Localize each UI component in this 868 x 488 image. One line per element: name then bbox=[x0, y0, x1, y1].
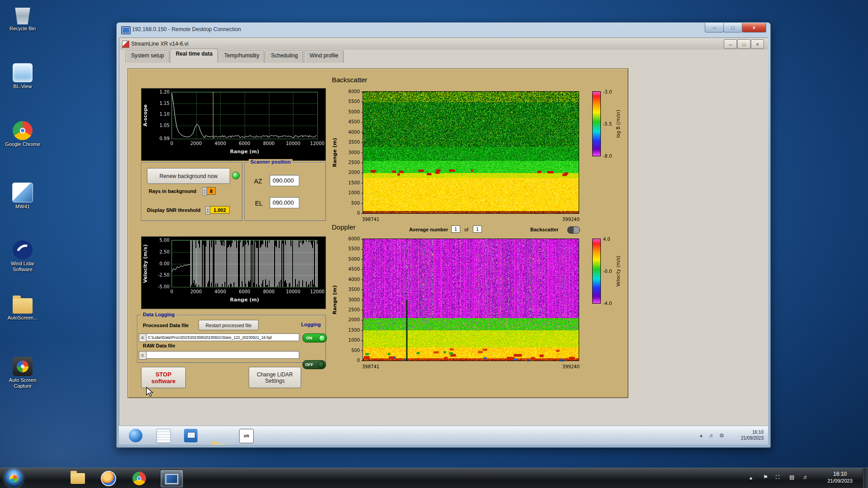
toggle-off-label: OFF bbox=[305, 362, 313, 367]
chrome-icon bbox=[132, 472, 146, 485]
app-minimize-button[interactable]: – bbox=[724, 39, 737, 49]
rdp-client-area: StreamLine XR v14-6.vi – □ × System setu… bbox=[119, 38, 768, 445]
rdp-titlebar[interactable]: 192.168.0.150 - Remote Desktop Connectio… bbox=[117, 23, 770, 38]
tab-bar: System setup Real time data Temp/humidit… bbox=[119, 50, 768, 63]
desktop-icon-google-chrome[interactable]: Google Chrome bbox=[2, 121, 43, 147]
desktop-icon-auto-screen-capture[interactable]: Auto Screen Capture bbox=[2, 357, 43, 389]
desktop-icon-mw41[interactable]: MW41 bbox=[2, 183, 43, 210]
tab-real-time-data[interactable]: Real time data bbox=[170, 49, 218, 63]
desktop-icon-wind-lidar-software[interactable]: Wind Lidar Software bbox=[2, 240, 43, 272]
rdp-maximize-button[interactable]: □ bbox=[723, 23, 742, 33]
az-input[interactable]: 090.000 bbox=[269, 175, 299, 186]
c-drive-icon[interactable] bbox=[139, 333, 146, 342]
media-player-icon bbox=[101, 471, 116, 486]
remote-network-icon[interactable]: ⚙ bbox=[719, 432, 724, 439]
remote-speaker-icon[interactable]: ♬ bbox=[709, 432, 714, 439]
toggle-led bbox=[318, 361, 325, 368]
remote-folder-icon[interactable] bbox=[212, 444, 225, 445]
remote-taskbar-clock[interactable]: 16:10 21/09/2023 bbox=[729, 429, 764, 441]
tab-temp-humidity[interactable]: Temp/humidity bbox=[219, 51, 264, 63]
mw41-icon bbox=[12, 183, 33, 202]
taskbar-rdp-button[interactable] bbox=[160, 469, 184, 488]
tab-wind-profile[interactable]: Wind profile bbox=[304, 51, 344, 63]
remote-notepad-icon[interactable] bbox=[156, 429, 171, 443]
taskbar-explorer-button[interactable] bbox=[68, 469, 88, 487]
tab-system-setup[interactable]: System setup bbox=[126, 51, 170, 63]
tray-speaker-icon[interactable]: ♬ bbox=[803, 474, 808, 480]
app-titlebar[interactable]: StreamLine XR v14-6.vi – □ × bbox=[119, 38, 768, 50]
stop-software-button[interactable]: STOP software bbox=[141, 367, 186, 388]
desktop: Recycle Bin BL-View Google Chrome MW41 W… bbox=[0, 0, 868, 488]
desktop-icon-bl-view[interactable]: BL-View bbox=[2, 63, 43, 89]
backscatter-section-label: Backscatter bbox=[332, 76, 367, 84]
explorer-folder-icon bbox=[71, 473, 85, 484]
start-button[interactable] bbox=[5, 469, 23, 488]
average-number-input[interactable]: 1 bbox=[451, 225, 460, 233]
tab-label: Wind profile bbox=[310, 52, 338, 59]
folder-icon bbox=[13, 298, 33, 314]
desktop-icon-label: AutoScreen... bbox=[2, 315, 43, 321]
rays-in-background-input[interactable]: 8 bbox=[207, 187, 216, 195]
desktop-icon-label: Wind Lidar Software bbox=[2, 261, 43, 272]
rdp-minimize-button[interactable]: – bbox=[705, 23, 724, 33]
tab-label: System setup bbox=[131, 52, 164, 59]
settings-button-line1: Change LiDAR bbox=[257, 371, 293, 378]
el-input[interactable]: 090.000 bbox=[269, 197, 299, 208]
toggle-on-label: ON bbox=[306, 336, 312, 340]
show-desktop-button[interactable] bbox=[863, 468, 868, 488]
app-icon bbox=[122, 41, 129, 48]
average-total-input[interactable]: 1 bbox=[473, 225, 482, 233]
processed-file-path-input[interactable]: C:\Lidar\Data\Proc\2023\202309\20230921\… bbox=[146, 333, 299, 341]
backscatter-toggle[interactable] bbox=[567, 226, 580, 234]
taskbar-clock[interactable]: 16:10 21/09/2023 bbox=[819, 471, 861, 484]
remote-xr-tool-icon[interactable] bbox=[239, 429, 254, 443]
tray-expand-icon[interactable]: ▲ bbox=[749, 475, 753, 480]
renew-background-button[interactable]: Renew background now bbox=[147, 168, 230, 184]
taskbar-media-player-button[interactable] bbox=[99, 469, 118, 487]
clock-date: 21/09/2023 bbox=[819, 478, 861, 484]
logging-label: Logging bbox=[301, 322, 321, 327]
renew-background-led bbox=[232, 172, 240, 179]
taskbar-chrome-button[interactable] bbox=[129, 469, 149, 487]
tray-network-icon[interactable]: ▤ bbox=[789, 474, 794, 480]
rdp-title: 192.168.0.150 - Remote Desktop Connectio… bbox=[132, 26, 241, 33]
change-lidar-settings-button[interactable]: Change LiDAR Settings bbox=[249, 367, 301, 388]
doppler-section-label: Doppler bbox=[332, 223, 356, 231]
remote-tray-expand-icon[interactable]: ▲ bbox=[699, 433, 703, 438]
snr-threshold-input[interactable]: 1.002 bbox=[210, 206, 230, 214]
scanner-position-group: Scanner position AZ 090.000 EL 090.000 bbox=[245, 162, 326, 221]
tab-label: Scheduling bbox=[271, 52, 297, 59]
raw-logging-toggle[interactable]: OFF bbox=[302, 360, 326, 369]
tab-scheduling[interactable]: Scheduling bbox=[265, 51, 303, 63]
desktop-icon-label: Recycle Bin bbox=[2, 26, 43, 32]
camera-icon bbox=[13, 357, 33, 376]
data-logging-group: Data Logging Processed Data file Restart… bbox=[137, 315, 326, 363]
wind-lidar-icon bbox=[13, 240, 33, 259]
app-maximize-button[interactable]: □ bbox=[737, 39, 750, 49]
c-drive-icon[interactable] bbox=[139, 351, 146, 360]
stop-button-line1: STOP bbox=[156, 371, 171, 378]
rdp-app-icon bbox=[165, 473, 179, 485]
desktop-icon-recycle-bin[interactable]: Recycle Bin bbox=[2, 5, 43, 32]
app-window: StreamLine XR v14-6.vi – □ × System setu… bbox=[119, 38, 768, 427]
remote-app-icon[interactable] bbox=[184, 429, 198, 442]
processed-logging-toggle[interactable]: ON bbox=[302, 333, 327, 343]
raw-file-path-input[interactable] bbox=[146, 351, 299, 359]
rdp-close-button[interactable]: × bbox=[742, 23, 766, 33]
clock-time: 16:10 bbox=[819, 471, 861, 478]
desktop-icon-autoscreen[interactable]: AutoScreen... bbox=[2, 298, 43, 321]
app-close-button[interactable]: × bbox=[751, 39, 764, 49]
desktop-icon-label: BL-View bbox=[2, 84, 43, 89]
tray-flag-icon[interactable]: ⚑ bbox=[763, 474, 768, 480]
remote-browser-icon[interactable] bbox=[129, 429, 142, 442]
taskbar-ie-button[interactable] bbox=[37, 469, 57, 487]
velocity-plot bbox=[141, 236, 326, 309]
rdp-window: 192.168.0.150 - Remote Desktop Connectio… bbox=[116, 22, 771, 448]
tray-display-icon[interactable]: ⛶ bbox=[776, 474, 779, 480]
taskbar: ▲ ⚑ ⛶ ▤ ♬ 16:10 21/09/2023 bbox=[0, 468, 868, 488]
rays-in-background-label: Rays in background bbox=[149, 188, 196, 194]
restart-processed-file-button[interactable]: Restart processed file bbox=[198, 320, 259, 330]
ascope-plot bbox=[141, 88, 326, 161]
az-label: AZ bbox=[254, 178, 262, 185]
desktop-icon-label: Auto Screen Capture bbox=[2, 377, 43, 389]
